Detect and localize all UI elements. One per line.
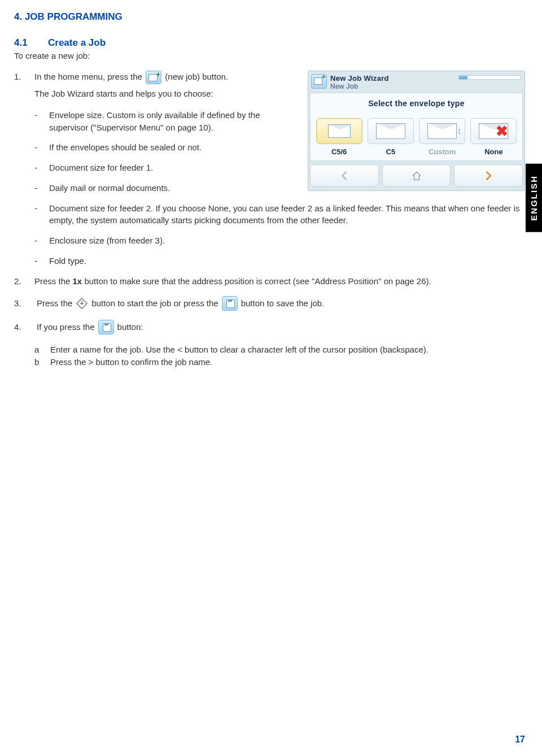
envelope-label-c5: C5	[366, 147, 414, 156]
step4-text-a: If you press the	[37, 321, 95, 333]
subsection-title: Create a Job	[48, 37, 106, 48]
chevron-left-icon	[338, 170, 351, 182]
step2-text-b: button to make sure that the address pos…	[82, 276, 431, 286]
subsection-number: 4.1	[14, 37, 48, 49]
wizard-screenshot: New Job Wizard New Job Select the envelo…	[308, 71, 525, 191]
envelope-option-c5[interactable]	[368, 118, 414, 144]
envelope-label-custom: Custom	[418, 147, 466, 156]
save-icon	[222, 296, 238, 311]
envelope-option-none[interactable]: ✖	[470, 118, 517, 144]
wizard-prompt: Select the envelope type	[314, 99, 519, 108]
new-job-icon	[146, 71, 161, 84]
intro-text: To create a new job:	[14, 51, 525, 60]
page-number: 17	[515, 735, 525, 745]
section-heading: 4. JOB PROGRAMMING	[14, 11, 525, 23]
wizard-back-button[interactable]	[310, 164, 379, 187]
wizard-title: New Job Wizard	[330, 74, 458, 82]
wizard-home-button[interactable]	[382, 164, 451, 187]
resize-arrow-icon: ↕	[457, 126, 461, 136]
step-number: 3.	[14, 297, 34, 310]
step-number: 2.	[14, 275, 34, 288]
wizard-progress-bar	[458, 75, 521, 80]
wizard-next-button[interactable]	[454, 164, 523, 187]
envelope-label-none: None	[470, 147, 518, 156]
home-icon	[410, 170, 423, 182]
envelope-option-custom[interactable]: ↕	[419, 118, 465, 144]
substep-letter: b	[34, 356, 50, 368]
bullet-feeder1: Document size for feeder 1.	[49, 162, 263, 174]
chevron-right-icon	[482, 170, 495, 182]
bullet-fold: Fold type.	[49, 255, 525, 267]
envelope-icon	[427, 123, 457, 139]
save-icon	[98, 320, 114, 334]
substep-letter: a	[34, 344, 50, 356]
step1-text-c: The Job Wizard starts and helps you to c…	[34, 88, 263, 100]
step4-sub-a: Enter a name for the job. Use the < butt…	[50, 344, 525, 356]
bullet-envelope-size: Envelope size. Custom is only available …	[49, 109, 263, 134]
envelope-icon	[376, 123, 405, 139]
step2-bold: 1x	[73, 276, 82, 286]
x-icon: ✖	[496, 123, 508, 140]
bullet-daily-mail: Daily mail or normal documents.	[49, 182, 263, 194]
bullet-sealed: If the envelopes should be sealed or not…	[49, 141, 263, 154]
wizard-new-job-icon	[311, 74, 327, 89]
language-tab: ENGLISH	[526, 164, 542, 232]
bullet-feeder2: Document size for feeder 2. If you choos…	[49, 202, 525, 227]
step1-text-a: In the home menu, press the	[34, 72, 142, 81]
step4-sub-b: Press the > button to confirm the job na…	[50, 356, 525, 368]
envelope-icon	[328, 124, 351, 138]
step-number: 4.	[14, 321, 34, 333]
envelope-option-c56[interactable]	[316, 118, 362, 144]
step4-text-b: button:	[117, 321, 143, 333]
bullet-enclosure: Enclosure size (from feeder 3).	[49, 234, 525, 247]
step-number: 1.	[14, 71, 34, 83]
step2-text-a: Press the	[34, 276, 73, 286]
step3-text-b: button to start the job or press the	[91, 297, 218, 310]
start-icon	[76, 297, 88, 310]
step3-text-a: Press the	[37, 297, 72, 310]
envelope-label-c56: C5/6	[315, 147, 363, 156]
step3-text-c: button to save the job.	[241, 297, 325, 310]
wizard-subtitle: New Job	[330, 82, 458, 90]
step1-text-b: (new job) button.	[165, 72, 228, 81]
